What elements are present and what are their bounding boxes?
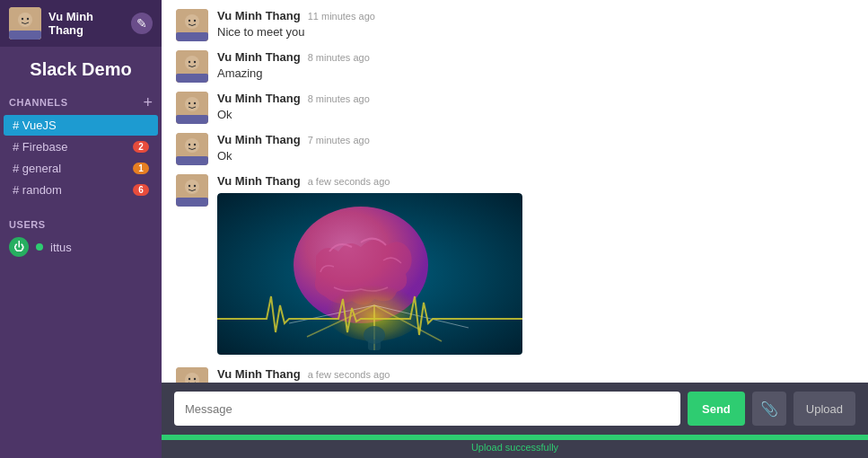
upload-file-button[interactable]: 📎	[752, 392, 786, 426]
svg-point-8	[194, 20, 196, 22]
svg-point-11	[185, 56, 199, 70]
channels-section-header: CHANNELS +	[0, 89, 162, 114]
message-content: Vu Minh Thang 8 minutes ago Ok	[217, 92, 854, 123]
upload-label-button[interactable]: Upload	[793, 392, 855, 426]
online-indicator	[36, 243, 43, 251]
progress-area: Upload successfully	[162, 435, 868, 458]
message-content: Vu Minh Thang 11 minutes ago Nice to mee…	[217, 9, 854, 40]
message-row: Vu Minh Thang a few seconds ago I'm rese…	[176, 367, 854, 383]
svg-rect-14	[176, 74, 208, 83]
message-row: Vu Minh Thang 7 minutes ago Ok	[176, 133, 854, 165]
message-text: Amazing	[217, 66, 854, 82]
message-input[interactable]	[174, 392, 680, 426]
power-icon: ⏻	[9, 237, 29, 257]
message-text: Nice to meet you	[217, 24, 854, 40]
svg-point-3	[27, 18, 29, 20]
message-username: Vu Minh Thang	[217, 367, 301, 381]
channels-label: CHANNELS	[9, 97, 68, 108]
channels-list: # VueJS # Firebase 2 # general 1 # rando…	[0, 114, 162, 201]
channel-item-general[interactable]: # general 1	[4, 158, 158, 179]
svg-point-17	[189, 102, 190, 104]
message-header: Vu Minh Thang a few seconds ago	[217, 367, 854, 381]
compose-button[interactable]: ✎	[131, 13, 153, 34]
avatar	[176, 133, 208, 165]
message-text: Ok	[217, 148, 854, 164]
progress-status: Upload successfully	[162, 440, 868, 453]
app-title: Slack Demo	[0, 47, 162, 89]
message-header: Vu Minh Thang a few seconds ago	[217, 174, 854, 188]
message-header: Vu Minh Thang 7 minutes ago	[217, 133, 854, 146]
svg-point-2	[22, 18, 23, 20]
sidebar-avatar	[9, 7, 41, 40]
message-time: 11 minutes ago	[308, 11, 375, 22]
message-time: a few seconds ago	[308, 176, 390, 187]
avatar	[176, 367, 208, 383]
svg-point-7	[189, 20, 190, 22]
svg-rect-9	[176, 32, 208, 41]
message-content: Vu Minh Thang 8 minutes ago Amazing	[217, 50, 854, 82]
svg-point-23	[194, 144, 196, 145]
message-username: Vu Minh Thang	[217, 133, 301, 146]
message-row: Vu Minh Thang 11 minutes ago Nice to mee…	[176, 9, 854, 41]
svg-point-42	[189, 378, 190, 380]
avatar	[176, 50, 208, 83]
svg-point-27	[189, 185, 190, 187]
main-chat: Vu Minh Thang 11 minutes ago Nice to mee…	[162, 0, 868, 458]
add-channel-button[interactable]: +	[143, 94, 153, 110]
svg-point-18	[194, 102, 196, 104]
message-username: Vu Minh Thang	[217, 92, 301, 105]
svg-point-26	[185, 180, 199, 194]
message-username: Vu Minh Thang	[217, 174, 301, 188]
message-text: Ok	[217, 107, 854, 123]
users-section-header: USERS	[0, 214, 162, 233]
message-content: Vu Minh Thang a few seconds ago	[217, 174, 854, 358]
svg-point-1	[18, 13, 32, 27]
message-header: Vu Minh Thang 11 minutes ago	[217, 9, 854, 22]
message-header: Vu Minh Thang 8 minutes ago	[217, 50, 854, 64]
users-section: USERS ⏻ ittus	[0, 214, 162, 260]
svg-rect-4	[9, 31, 41, 40]
channel-badge-firebase: 2	[133, 141, 149, 153]
avatar	[176, 92, 208, 124]
message-username: Vu Minh Thang	[217, 9, 301, 22]
users-label: USERS	[9, 219, 46, 230]
svg-point-6	[185, 14, 199, 29]
svg-point-21	[185, 138, 199, 153]
message-time: 8 minutes ago	[308, 52, 370, 63]
message-content: Vu Minh Thang a few seconds ago I'm rese…	[217, 367, 854, 383]
message-row: Vu Minh Thang a few seconds ago	[176, 174, 854, 358]
channel-name-random: # random	[13, 183, 133, 197]
message-content: Vu Minh Thang 7 minutes ago Ok	[217, 133, 854, 164]
message-row: Vu Minh Thang 8 minutes ago Ok	[176, 92, 854, 124]
username-ittus: ittus	[50, 241, 72, 254]
channel-name-vuejs: # VueJS	[13, 119, 149, 132]
message-time: 7 minutes ago	[308, 135, 370, 145]
channel-item-random[interactable]: # random 6	[4, 180, 158, 200]
avatar	[176, 174, 208, 207]
message-header: Vu Minh Thang 8 minutes ago	[217, 92, 854, 105]
svg-rect-19	[176, 115, 208, 124]
svg-rect-24	[176, 156, 208, 165]
message-time: 8 minutes ago	[308, 93, 370, 104]
user-item-ittus[interactable]: ⏻ ittus	[0, 233, 162, 260]
svg-point-12	[189, 61, 190, 63]
channel-badge-general: 1	[133, 163, 149, 174]
send-button[interactable]: Send	[688, 392, 745, 426]
sidebar-username: Vu Minh Thang	[48, 10, 124, 37]
svg-point-13	[194, 61, 196, 63]
svg-point-16	[185, 97, 199, 111]
input-area: Send 📎 Upload	[162, 383, 868, 435]
upload-icon: 📎	[760, 401, 778, 418]
channel-name-firebase: # Firebase	[13, 140, 133, 154]
channel-item-firebase[interactable]: # Firebase 2	[4, 137, 158, 157]
message-username: Vu Minh Thang	[217, 50, 301, 64]
compose-icon: ✎	[136, 16, 147, 31]
svg-point-22	[189, 144, 190, 145]
message-time: a few seconds ago	[308, 369, 390, 380]
avatar	[176, 9, 208, 41]
sidebar-header: Vu Minh Thang ✎	[0, 0, 162, 47]
sidebar: Vu Minh Thang ✎ Slack Demo CHANNELS + # …	[0, 0, 162, 458]
channel-item-vuejs[interactable]: # VueJS	[4, 115, 158, 136]
message-row: Vu Minh Thang 8 minutes ago Amazing	[176, 50, 854, 83]
svg-point-28	[194, 185, 196, 187]
